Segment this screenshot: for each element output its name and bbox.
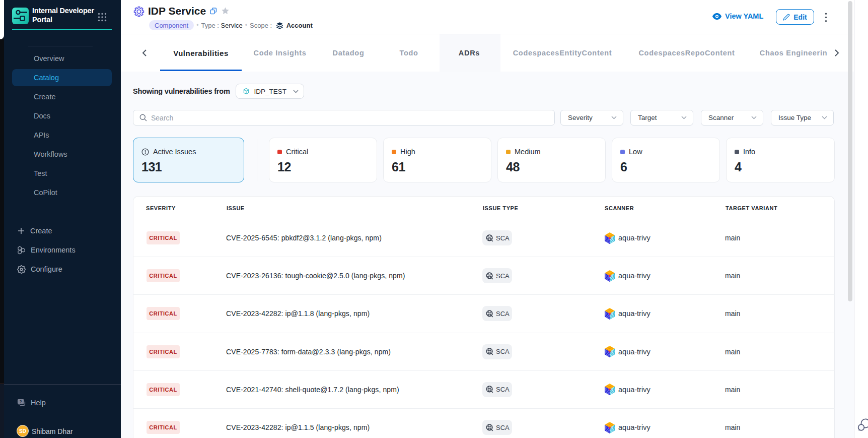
svg-text:?: ? [20, 399, 22, 404]
